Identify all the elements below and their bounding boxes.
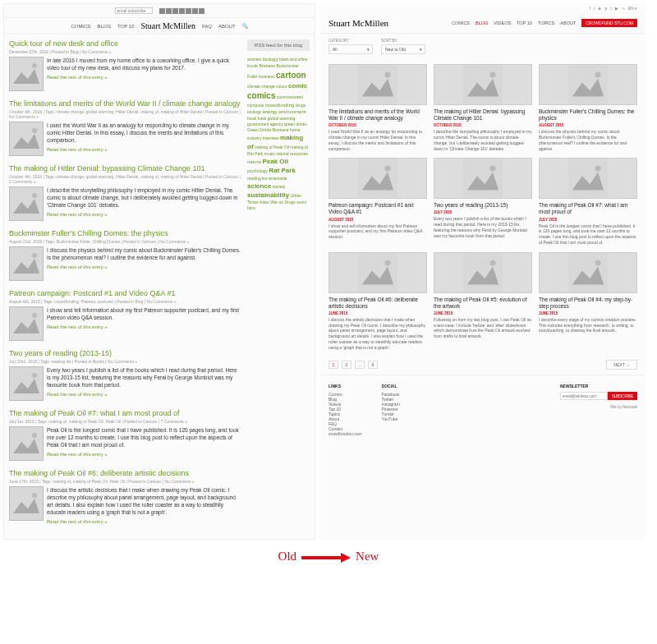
rss-box[interactable]: RSS feed for this blog	[247, 39, 310, 51]
tag-link[interactable]: cartoon	[276, 71, 306, 80]
post-title[interactable]: The making of Hitler Denial: bypassing C…	[9, 164, 242, 172]
read-more-link[interactable]: Read the rest of this entry »	[47, 264, 242, 270]
tag-link[interactable]: music	[264, 151, 275, 156]
email-subscribe-input[interactable]: email subscribe	[115, 7, 153, 14]
nav-comics[interactable]: COMICS	[452, 21, 470, 25]
tag-link[interactable]: Peak Oil	[262, 158, 288, 165]
tag-link[interactable]: ecology	[247, 109, 261, 114]
post-title[interactable]: The limitations and merits of the World …	[9, 99, 242, 108]
tag-link[interactable]: green drinks	[284, 122, 307, 126]
read-more-link[interactable]: Read the rest of this entry »	[47, 391, 242, 398]
tag-link[interactable]: commissioned	[277, 94, 303, 99]
tag-link[interactable]: War on Drugs	[270, 200, 296, 205]
pinterest-icon[interactable]: p	[604, 6, 607, 11]
facebook-icon[interactable]: f	[590, 6, 590, 11]
post-title[interactable]: The making of Peak Oil #6: deliberate ar…	[9, 469, 242, 477]
instagram-icon[interactable]: ◈	[598, 6, 601, 11]
tag-link[interactable]: animals	[247, 57, 261, 62]
tag-link[interactable]: crowdfunding	[265, 103, 295, 108]
read-more-link[interactable]: Read the rest of this entry »	[47, 324, 242, 330]
rss-icon[interactable]: ∿	[622, 6, 625, 11]
nav-top10[interactable]: TOP 10	[117, 24, 134, 29]
tag-link[interactable]: government agency	[247, 122, 283, 126]
blog-card[interactable]: Buckminster Fuller's Chilling Domes: the…	[539, 64, 637, 151]
tag-link[interactable]: global warming	[268, 116, 296, 121]
nav-topics[interactable]: TOPICS	[538, 21, 554, 25]
tag-link[interactable]: nature	[247, 159, 261, 164]
post-thumbnail[interactable]	[9, 122, 44, 156]
search-icon[interactable]: 🔍	[242, 23, 248, 29]
sort-select[interactable]: New to Old	[381, 44, 425, 54]
tag-link[interactable]: drugs	[296, 103, 306, 108]
read-more-link[interactable]: Read the rest of this entry »	[47, 211, 242, 218]
blog-card[interactable]: The limitations and merits of the World …	[328, 64, 427, 151]
blog-card[interactable]: Two years of reading (2013-15) JULY 2015…	[434, 158, 532, 245]
tag-link[interactable]: Rat Park	[269, 167, 295, 174]
nav-about[interactable]: ABOUT	[560, 21, 576, 25]
blog-card[interactable]: The making of Peak Oil #7: what I am mos…	[539, 158, 637, 245]
footer-link[interactable]: crowdfundstu.com	[328, 431, 362, 436]
blog-card[interactable]: The making of Peak Oil #5: evolution of …	[434, 252, 532, 351]
read-more-link[interactable]: Read the rest of this entry »	[47, 146, 242, 153]
tag-link[interactable]: video	[260, 200, 269, 205]
nav-top10[interactable]: TOP 10	[517, 21, 532, 25]
tag-link[interactable]: natural resources	[276, 151, 308, 156]
tag-link[interactable]: climate change	[247, 84, 275, 89]
tag-link[interactable]: environment	[278, 109, 306, 114]
page-1[interactable]: 1	[328, 361, 338, 369]
blog-card[interactable]: Patreon campaign: Postcard #1 and Video …	[328, 158, 427, 245]
tag-link[interactable]: society	[273, 184, 286, 189]
tag-link[interactable]: compose	[247, 103, 264, 108]
read-more-link[interactable]: Read the rest of this entry »	[47, 518, 242, 525]
post-thumbnail[interactable]	[9, 426, 44, 461]
nav-blog[interactable]: BLOG	[97, 24, 111, 29]
nav-comics[interactable]: COMICS	[71, 24, 90, 29]
post-title[interactable]: The making of Peak Oil #7: what I am mos…	[9, 409, 242, 417]
tag-link[interactable]: sustainability	[247, 191, 289, 199]
tag-link[interactable]: Brisbane	[259, 63, 275, 68]
tag-link[interactable]: business	[259, 74, 275, 79]
tag-link[interactable]: science	[247, 182, 271, 190]
post-thumbnail[interactable]	[9, 57, 44, 91]
footer-social-link[interactable]: YouTube	[382, 416, 400, 421]
post-thumbnail[interactable]	[9, 246, 44, 281]
crowdfund-button[interactable]: CROWDFUND STU.COM	[581, 19, 637, 27]
tag-link[interactable]: comics	[247, 91, 275, 100]
post-title[interactable]: Two years of reading (2013-15)	[9, 349, 242, 357]
tag-link[interactable]: fossil fuels	[247, 116, 266, 121]
post-title[interactable]: Patreon campaign: Postcard #1 and Video …	[9, 289, 242, 297]
tag-link[interactable]: interview	[263, 136, 279, 140]
blog-card[interactable]: The making of Hitler Denial: bypassing C…	[434, 64, 532, 151]
tag-link[interactable]: book	[247, 63, 258, 68]
post-title[interactable]: Buckminster Fuller's Chilling Domes: the…	[9, 229, 242, 237]
newsletter-input[interactable]	[560, 392, 608, 400]
tag-link[interactable]: psychology	[247, 168, 268, 173]
tag-link[interactable]: reading list	[247, 176, 267, 181]
tumblr-icon[interactable]: t	[610, 6, 611, 11]
tag-link[interactable]: energy	[263, 109, 278, 114]
social-icons[interactable]	[159, 8, 204, 14]
tag-link[interactable]: Green Drinks Brisbane	[247, 127, 289, 132]
post-thumbnail[interactable]	[9, 186, 44, 221]
tag-link[interactable]: industry	[247, 136, 262, 140]
twitter-icon[interactable]: t	[594, 6, 595, 11]
old-logo[interactable]: Stuart McMillen	[141, 21, 195, 30]
page-2[interactable]: 2	[342, 361, 351, 369]
nav-about[interactable]: ABOUT	[218, 24, 236, 29]
tag-link[interactable]: making of Peak Oil	[255, 145, 289, 150]
blog-card[interactable]: The making of Peak Oil #6: deliberate ar…	[328, 252, 427, 351]
page-6[interactable]: 6	[368, 361, 378, 369]
tag-link[interactable]: black and white	[279, 57, 307, 62]
post-title[interactable]: Quick tour of new desk and office	[9, 39, 242, 48]
post-thumbnail[interactable]	[9, 306, 44, 341]
tag-link[interactable]: biology	[263, 57, 278, 62]
youtube-icon[interactable]: ▶	[615, 6, 618, 11]
post-thumbnail[interactable]	[9, 486, 44, 521]
nav-blog[interactable]: BLOG	[476, 21, 488, 25]
lang-en[interactable]: EN ▾	[628, 6, 637, 11]
nav-faq[interactable]: FAQ	[202, 24, 212, 29]
read-more-link[interactable]: Read the rest of this entry »	[47, 451, 242, 458]
blog-card[interactable]: The making of Peak Oil #4: my step-by-st…	[539, 252, 637, 351]
category-select[interactable]: All	[328, 44, 373, 54]
read-more-link[interactable]: Read the rest of this entry »	[47, 74, 242, 80]
